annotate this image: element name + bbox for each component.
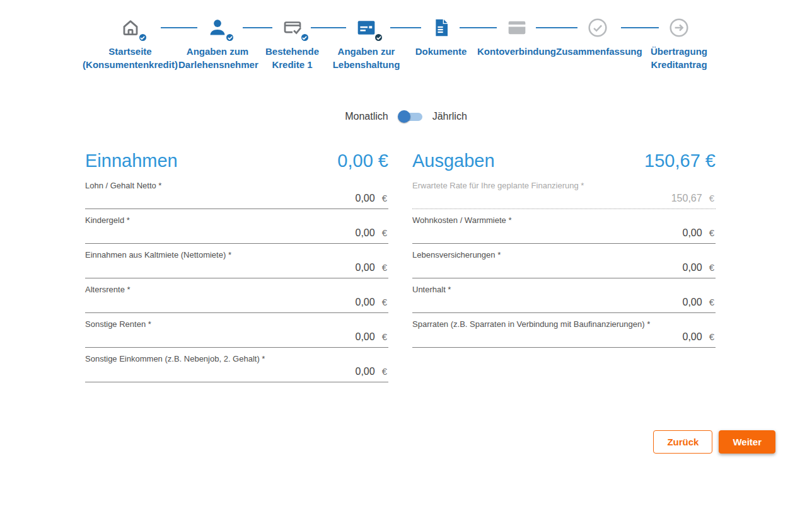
stepper-step-5[interactable]: Dokumente (405, 15, 477, 71)
amount-value: 0,00 (683, 297, 702, 308)
amount-input[interactable]: 0,00€ (412, 260, 716, 278)
field-row: Unterhalt *0,00€ (412, 285, 716, 313)
field-row: Sonstige Renten *0,00€ (85, 319, 388, 348)
stepper-step-1[interactable]: Startseite(Konsumentenkredit) (82, 15, 178, 71)
bank-card-icon (507, 18, 527, 38)
amount-value: 0,00 (356, 262, 375, 273)
amount-input[interactable]: 0,00€ (412, 294, 716, 313)
step-label-line1: Kontoverbindung (477, 45, 556, 58)
expenses-total: 150,67 € (644, 151, 716, 171)
expenses-title: Ausgaben (412, 151, 495, 171)
amount-input[interactable]: 0,00€ (85, 260, 388, 278)
period-toggle-row: Monatlich Jährlich (0, 110, 812, 123)
card-details-icon (356, 18, 376, 38)
income-column: Einnahmen 0,00 € Lohn / Gehalt Netto *0,… (85, 151, 388, 389)
amount-input[interactable]: 0,00€ (85, 190, 388, 209)
wizard-footer: Zurück Weiter (0, 430, 775, 454)
expenses-fields: Erwartete Rate für Ihre geplante Finanzi… (412, 181, 716, 348)
stepper-step-2[interactable]: Angaben zumDarlehensnehmer (178, 15, 257, 71)
amount-value: 0,00 (356, 331, 375, 343)
back-button[interactable]: Zurück (653, 430, 712, 454)
amount-value: 0,00 (683, 262, 702, 273)
next-button[interactable]: Weiter (719, 430, 775, 454)
amount-value: 150,67 (671, 193, 702, 204)
stepper-step-4[interactable]: Angaben zurLebenshaltung (328, 15, 405, 71)
euro-suffix: € (382, 366, 387, 377)
field-label: Kindergeld * (85, 215, 388, 225)
euro-suffix: € (382, 297, 387, 307)
check-circle-icon (588, 18, 608, 38)
euro-suffix: € (382, 331, 387, 342)
step-label-line2: Kredite 1 (257, 58, 328, 71)
step-check-badge-icon (374, 33, 383, 42)
field-row: Lebensversicherungen *0,00€ (412, 250, 716, 278)
euro-suffix: € (382, 262, 387, 273)
step-label-line2: Kreditantrag (639, 58, 719, 71)
period-toggle[interactable] (398, 110, 423, 123)
euro-suffix: € (709, 262, 714, 273)
euro-suffix: € (709, 193, 714, 203)
amount-input[interactable]: 0,00€ (85, 363, 388, 382)
stepper-step-8[interactable]: ÜbertragungKreditantrag (639, 15, 719, 71)
amount-value: 0,00 (356, 366, 375, 377)
step-label-line1: Angaben zur (328, 45, 405, 58)
field-row: Sonstige Einkommen (z.B. Nebenjob, 2. Ge… (85, 354, 388, 382)
field-row: Erwartete Rate für Ihre geplante Finanzi… (412, 181, 716, 209)
amount-input[interactable]: 0,00€ (412, 225, 716, 244)
field-row: Wohnkosten / Warmmiete *0,00€ (412, 215, 716, 244)
field-label: Altersrente * (85, 285, 388, 294)
field-label: Sonstige Renten * (85, 319, 388, 329)
amount-value: 0,00 (356, 297, 375, 308)
euro-suffix: € (382, 193, 387, 203)
step-label-line1: Startseite (82, 45, 178, 58)
euro-suffix: € (382, 227, 387, 238)
document-icon (431, 18, 451, 38)
stepper-step-6[interactable]: Kontoverbindung (477, 15, 556, 71)
field-row: Einnahmen aus Kaltmiete (Nettomiete) *0,… (85, 250, 388, 278)
field-row: Sparraten (z.B. Sparraten in Verbindung … (412, 319, 716, 348)
amount-input[interactable]: 0,00€ (85, 225, 388, 244)
step-check-badge-icon (300, 33, 310, 42)
amount-value: 0,00 (356, 193, 375, 204)
amount-input[interactable]: 0,00€ (412, 329, 716, 348)
step-label-line2: Lebenshaltung (328, 58, 405, 71)
field-row: Altersrente *0,00€ (85, 285, 388, 313)
monthly-label: Monatlich (345, 111, 388, 122)
card-check-icon (282, 18, 303, 38)
yearly-label: Jährlich (432, 111, 467, 122)
stepper-step-7[interactable]: Zusammenfassung (556, 15, 639, 71)
field-label: Lohn / Gehalt Netto * (85, 181, 388, 190)
income-total: 0,00 € (337, 151, 388, 171)
step-label-line1: Dokumente (405, 45, 477, 58)
home-icon (120, 18, 141, 38)
amount-value: 0,00 (683, 227, 702, 239)
stepper-step-3[interactable]: BestehendeKredite 1 (257, 15, 328, 71)
field-row: Lohn / Gehalt Netto *0,00€ (85, 181, 388, 209)
step-check-badge-icon (138, 33, 148, 42)
field-label: Erwartete Rate für Ihre geplante Finanzi… (412, 181, 716, 190)
field-label: Lebensversicherungen * (412, 250, 716, 260)
step-label-line1: Zusammenfassung (556, 45, 639, 58)
field-row: Kindergeld *0,00€ (85, 215, 388, 244)
wizard-stepper: Startseite(Konsumentenkredit)Angaben zum… (82, 15, 719, 71)
euro-suffix: € (709, 297, 714, 307)
arrow-circle-icon (669, 18, 689, 38)
field-label: Wohnkosten / Warmmiete * (412, 215, 716, 225)
toggle-knob[interactable] (398, 110, 410, 123)
field-label: Einnahmen aus Kaltmiete (Nettomiete) * (85, 250, 388, 260)
expenses-column: Ausgaben 150,67 € Erwartete Rate für Ihr… (412, 151, 716, 389)
income-title: Einnahmen (85, 151, 178, 171)
amount-input[interactable]: 0,00€ (85, 329, 388, 348)
field-label: Sonstige Einkommen (z.B. Nebenjob, 2. Ge… (85, 354, 388, 363)
euro-suffix: € (709, 331, 714, 342)
amount-value: 0,00 (356, 227, 375, 239)
field-label: Unterhalt * (412, 285, 716, 294)
person-icon (207, 18, 228, 38)
euro-suffix: € (709, 227, 714, 238)
amount-input: 150,67€ (412, 190, 716, 209)
step-check-badge-icon (225, 33, 235, 42)
step-label-line1: Bestehende (257, 45, 328, 58)
step-label-line1: Angaben zum (178, 45, 257, 58)
step-label-line1: Übertragung (639, 45, 719, 58)
amount-input[interactable]: 0,00€ (85, 294, 388, 313)
